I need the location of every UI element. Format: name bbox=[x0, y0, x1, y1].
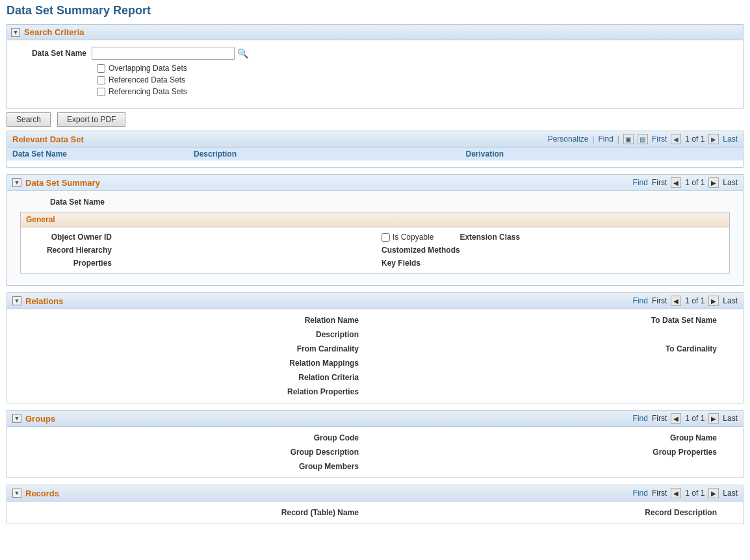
referenced-checkbox[interactable] bbox=[97, 76, 105, 84]
relations-title: Relations bbox=[25, 296, 64, 306]
overlapping-checkbox[interactable] bbox=[97, 64, 105, 73]
is-copyable-pair: Is Copyable Extension Class bbox=[381, 233, 716, 242]
relations-page-info: 1 of 1 bbox=[685, 296, 705, 305]
col-header-description: Description bbox=[194, 149, 466, 159]
overlapping-label: Overlapping Data Sets bbox=[109, 64, 187, 73]
relevant-table-header: Data Set Name Description Derivation bbox=[7, 147, 743, 160]
extension-class-label: Extension Class bbox=[459, 233, 520, 242]
next-icon[interactable]: ▶ bbox=[708, 134, 719, 144]
general-grid: Object Owner ID Is Copyable Extension Cl… bbox=[34, 233, 716, 268]
records-header: ▼ Records Find First ◀ 1 of 1 ▶ Last bbox=[7, 485, 743, 502]
records-header-left: ▼ Records bbox=[12, 489, 59, 498]
records-find-link[interactable]: Find bbox=[633, 489, 648, 498]
last-label: Last bbox=[723, 134, 738, 144]
ds-summary-collapse-icon[interactable]: ▼ bbox=[12, 178, 21, 187]
export-pdf-button[interactable]: Export to PDF bbox=[57, 112, 125, 127]
to-dataset-name-label: To Data Set Name bbox=[385, 316, 723, 325]
ds-page-info: 1 of 1 bbox=[685, 178, 705, 187]
page-info: 1 of 1 bbox=[685, 134, 705, 144]
records-last-label: Last bbox=[723, 489, 738, 498]
personalize-link[interactable]: Personalize bbox=[548, 134, 589, 144]
groups-last-label: Last bbox=[723, 414, 738, 423]
general-body: Object Owner ID Is Copyable Extension Cl… bbox=[21, 227, 729, 273]
groups-page-info: 1 of 1 bbox=[685, 414, 705, 423]
object-owner-id-label: Object Owner ID bbox=[34, 233, 118, 242]
view-icon[interactable]: ▣ bbox=[623, 134, 634, 144]
ds-summary-title: Data Set Summary bbox=[25, 178, 100, 188]
relations-last-label: Last bbox=[723, 296, 738, 305]
search-criteria-collapse-icon[interactable]: ▼ bbox=[11, 28, 20, 37]
groups-first-label: First bbox=[652, 414, 667, 423]
button-row: Search Export to PDF bbox=[6, 112, 744, 127]
records-nav: Find First ◀ 1 of 1 ▶ Last bbox=[633, 488, 738, 498]
referenced-row: Referenced Data Sets bbox=[97, 75, 730, 84]
dataset-name-label: Data Set Name bbox=[20, 49, 92, 58]
is-copyable-checkbox[interactable] bbox=[381, 233, 390, 242]
records-page-info: 1 of 1 bbox=[685, 489, 705, 498]
ds-summary-header-left: ▼ Data Set Summary bbox=[12, 178, 100, 188]
ds-find-link[interactable]: Find bbox=[633, 178, 648, 187]
is-copyable-inline: Is Copyable bbox=[381, 233, 433, 242]
referenced-label: Referenced Data Sets bbox=[109, 75, 185, 84]
records-next-icon[interactable]: ▶ bbox=[708, 488, 719, 498]
key-fields-label: Key Fields bbox=[381, 259, 420, 268]
records-prev-icon[interactable]: ◀ bbox=[671, 488, 681, 498]
record-hierarchy-label: Record Hierarchy bbox=[34, 246, 118, 255]
search-criteria-title: Search Criteria bbox=[24, 27, 84, 37]
ds-prev-icon[interactable]: ◀ bbox=[671, 177, 681, 188]
groups-header: ▼ Groups Find First ◀ 1 of 1 ▶ Last bbox=[7, 411, 743, 427]
properties-pair: Properties bbox=[34, 259, 369, 268]
prev-icon[interactable]: ◀ bbox=[671, 134, 681, 144]
groups-prev-icon[interactable]: ◀ bbox=[671, 413, 681, 424]
record-hierarchy-pair: Record Hierarchy bbox=[34, 246, 369, 255]
groups-body: Group Code Group Name Group Description … bbox=[7, 427, 743, 477]
group-properties-label: Group Properties bbox=[385, 448, 723, 457]
relations-body: Relation Name To Data Set Name Descripti… bbox=[7, 309, 743, 403]
relations-first-label: First bbox=[652, 296, 667, 305]
records-section: ▼ Records Find First ◀ 1 of 1 ▶ Last Rec… bbox=[6, 485, 744, 524]
groups-find-link[interactable]: Find bbox=[633, 414, 648, 423]
object-owner-id-pair: Object Owner ID bbox=[34, 233, 369, 242]
relations-header-left: ▼ Relations bbox=[12, 296, 64, 306]
col-header-derivation: Derivation bbox=[466, 149, 738, 159]
relevant-dataset-header: Relevant Data Set Personalize | Find | ▣… bbox=[7, 131, 743, 147]
relations-header: ▼ Relations Find First ◀ 1 of 1 ▶ Last bbox=[7, 293, 743, 309]
search-criteria-header: ▼ Search Criteria bbox=[7, 25, 743, 40]
relation-criteria-label: Relation Criteria bbox=[27, 373, 365, 382]
groups-next-icon[interactable]: ▶ bbox=[708, 413, 719, 424]
dataset-name-search-icon[interactable]: 🔍 bbox=[237, 48, 248, 58]
relations-collapse-icon[interactable]: ▼ bbox=[12, 296, 21, 305]
relations-prev-icon[interactable]: ◀ bbox=[671, 296, 681, 306]
main-content: ▼ Data Set Summary Find First ◀ 1 of 1 ▶… bbox=[6, 174, 744, 286]
relations-fields-grid: Relation Name To Data Set Name Descripti… bbox=[27, 316, 723, 396]
referencing-checkbox[interactable] bbox=[97, 88, 105, 96]
dataset-name-input[interactable] bbox=[92, 47, 235, 60]
general-subsection: General Object Owner ID Is Copyable Exte… bbox=[20, 212, 730, 274]
find-link[interactable]: Find bbox=[598, 134, 613, 144]
group-description-label: Group Description bbox=[27, 448, 365, 457]
ds-body: Data Set Name General Object Owner ID Is… bbox=[7, 191, 743, 285]
from-cardinality-label: From Cardinality bbox=[27, 344, 365, 353]
relation-properties-label: Relation Properties bbox=[27, 387, 365, 396]
to-cardinality-label: To Cardinality bbox=[385, 344, 723, 353]
first-label: First bbox=[652, 134, 667, 144]
search-button[interactable]: Search bbox=[6, 112, 51, 127]
key-fields-pair: Key Fields bbox=[381, 259, 716, 268]
records-collapse-icon[interactable]: ▼ bbox=[12, 489, 21, 498]
ds-summary-nav: Find First ◀ 1 of 1 ▶ Last bbox=[633, 177, 738, 188]
ds-last-label: Last bbox=[723, 178, 738, 187]
relations-find-link[interactable]: Find bbox=[633, 296, 648, 305]
relations-nav: Find First ◀ 1 of 1 ▶ Last bbox=[633, 296, 738, 306]
grid-icon[interactable]: ▤ bbox=[638, 134, 648, 144]
group-name-label: Group Name bbox=[385, 433, 723, 442]
groups-section: ▼ Groups Find First ◀ 1 of 1 ▶ Last Grou… bbox=[6, 410, 744, 478]
relevant-dataset-nav: Personalize | Find | ▣ ▤ First ◀ 1 of 1 … bbox=[548, 134, 738, 144]
record-description-label: Record Description bbox=[385, 508, 723, 517]
search-criteria-body: Data Set Name 🔍 Overlapping Data Sets Re… bbox=[7, 40, 743, 108]
is-copyable-label: Is Copyable bbox=[393, 233, 433, 242]
groups-collapse-icon[interactable]: ▼ bbox=[12, 414, 21, 423]
records-body: Record (Table) Name Record Description bbox=[7, 502, 743, 524]
customized-methods-pair: Customized Methods bbox=[381, 246, 716, 255]
ds-next-icon[interactable]: ▶ bbox=[708, 177, 719, 188]
relations-next-icon[interactable]: ▶ bbox=[708, 296, 719, 306]
